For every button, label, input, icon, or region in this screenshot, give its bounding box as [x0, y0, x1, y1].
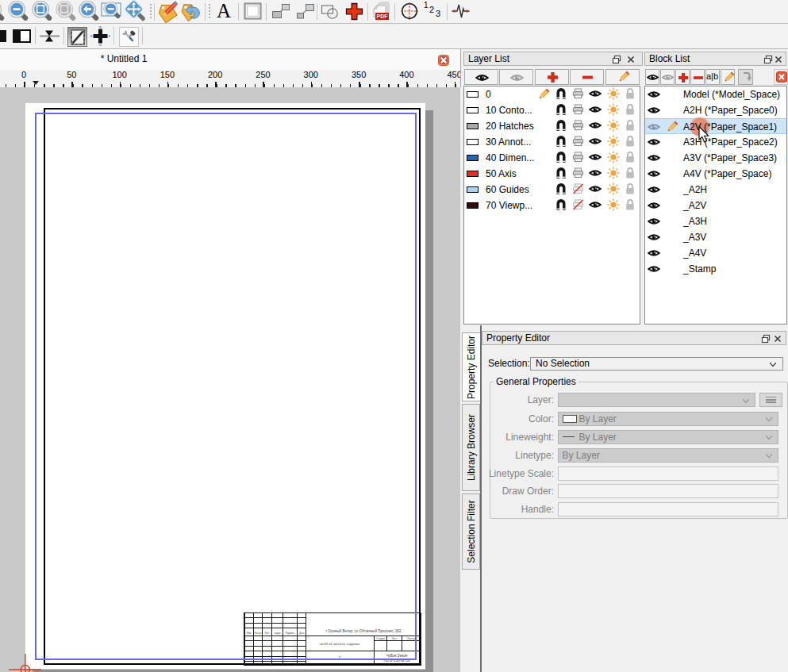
svg-text:PDF: PDF	[377, 13, 389, 19]
